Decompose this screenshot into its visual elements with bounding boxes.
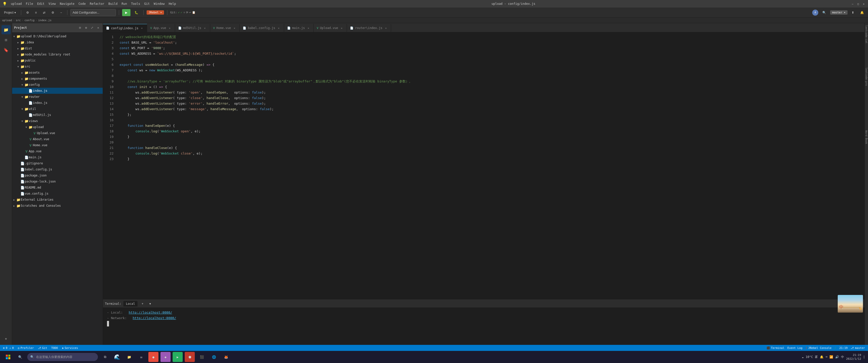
tree-item-router[interactable]: ▼📁router: [12, 94, 103, 100]
sidebar-favorites-icon[interactable]: ★: [1, 334, 10, 343]
sidebar-bookmark-icon[interactable]: 🔖: [1, 45, 10, 55]
project-dropdown[interactable]: Project ▾: [2, 9, 18, 16]
tree-item-scratches[interactable]: ▶📁Scratches and Consoles: [12, 203, 103, 209]
tree-item-gitignore[interactable]: 📄.gitignore: [12, 160, 103, 166]
gear2-btn[interactable]: ⚙: [50, 9, 56, 16]
tree-item-public[interactable]: ▶📁public: [12, 58, 103, 64]
tree-item-src[interactable]: ▼📁src: [12, 64, 103, 70]
tab-app-vue[interactable]: VApp.vue✕: [147, 24, 175, 32]
debug-btn[interactable]: 🐛: [132, 9, 140, 16]
tab-close-btn[interactable]: ✕: [232, 26, 237, 30]
status-event-log[interactable]: Event Log: [786, 346, 804, 350]
tree-item-babel-config[interactable]: 📄babel.config.js: [12, 166, 103, 172]
tab-close-btn[interactable]: ✕: [203, 26, 207, 30]
minus-btn[interactable]: −: [58, 9, 64, 16]
tab-upload-vue[interactable]: VUpload.vue✕: [314, 24, 347, 32]
tree-item-idea[interactable]: ▶📁.idea: [12, 39, 103, 45]
status-check[interactable]: ✓: [834, 346, 837, 350]
tree-item-components[interactable]: ▶📁components: [12, 76, 103, 82]
close-panel-icon[interactable]: ✕: [96, 25, 101, 30]
diff-btn[interactable]: ⇄: [41, 9, 48, 16]
taskbar-app1[interactable]: ●: [148, 352, 158, 362]
taskbar-edge[interactable]: 🌊: [112, 352, 122, 362]
expand-icon[interactable]: ⤢: [90, 25, 95, 30]
menu-window[interactable]: Window: [154, 2, 164, 5]
tree-item-dist[interactable]: ▶📁dist: [12, 45, 103, 52]
menu-upload[interactable]: upload: [11, 2, 22, 5]
taskbar-browser[interactable]: 🦊: [221, 352, 231, 362]
notifications-btn[interactable]: 🔔: [858, 9, 866, 16]
menu-build[interactable]: Build: [108, 2, 118, 5]
menu-refactor[interactable]: Refactor: [90, 2, 104, 5]
breadcrumb-config[interactable]: config: [25, 19, 35, 22]
tab-close-btn[interactable]: ✕: [384, 26, 388, 30]
tree-item-external-libs[interactable]: ▶📁External Libraries: [12, 197, 103, 203]
right-label-word[interactable]: Word Book: [865, 128, 868, 146]
tree-item-assets[interactable]: ▶📁assets: [12, 70, 103, 76]
sidebar-project-icon[interactable]: 📁: [1, 25, 10, 34]
tab-close-btn[interactable]: ✕: [140, 26, 144, 30]
avatar[interactable]: A: [812, 9, 818, 15]
taskbar-chrome[interactable]: 🌐: [209, 352, 219, 362]
taskbar-app2[interactable]: ◆: [160, 352, 170, 362]
status-branch[interactable]: ⎇ master: [849, 346, 866, 350]
tab-close-btn[interactable]: ✕: [306, 26, 310, 30]
hide-panel-icon[interactable]: ⊟: [78, 25, 83, 30]
tab-close-btn[interactable]: ✕: [168, 26, 172, 30]
task-view-btn[interactable]: ⧉: [100, 352, 110, 362]
master-branch[interactable]: master ▾: [830, 10, 847, 14]
align-btn[interactable]: ≡: [33, 9, 39, 16]
code-content[interactable]: // websocket的域名和端口号的配置const BASE_URL = '…: [116, 32, 865, 299]
jrebel-badge[interactable]: JRebel ▾: [147, 10, 164, 14]
status-profiler[interactable]: ◎ Profiler: [17, 345, 35, 351]
minimize-button[interactable]: —: [851, 2, 855, 5]
menu-navigate[interactable]: Navigate: [60, 2, 74, 5]
run-button[interactable]: ▶: [122, 9, 130, 16]
menu-git[interactable]: Git: [144, 2, 150, 5]
tree-item-app-vue[interactable]: VApp.vue: [12, 148, 103, 154]
tree-item-home-vue[interactable]: VHome.vue: [12, 142, 103, 148]
tree-item-util[interactable]: ▼📁util: [12, 106, 103, 112]
status-line-col[interactable]: 21:19: [838, 346, 848, 350]
breadcrumb-src[interactable]: src: [16, 19, 21, 22]
tree-item-views[interactable]: ▼📁views: [12, 118, 103, 124]
menu-tools[interactable]: Tools: [131, 2, 140, 5]
tab-home-vue[interactable]: VHome.vue✕: [210, 24, 240, 32]
menu-view[interactable]: View: [49, 2, 56, 5]
add-config-btn[interactable]: Add Configuration...: [70, 9, 116, 16]
settings-btn[interactable]: ⚙: [24, 9, 31, 16]
tab-main-js[interactable]: 📄main.js✕: [284, 24, 314, 32]
maximize-button[interactable]: □: [857, 2, 860, 5]
tree-item-upload-folder[interactable]: ▼📁upload: [12, 124, 103, 130]
menu-code[interactable]: Code: [79, 2, 86, 5]
status-terminal[interactable]: ⬛ Terminal: [766, 346, 785, 350]
tree-item-package-json[interactable]: 📄package.json: [12, 172, 103, 178]
tab-babel-config[interactable]: 📄babel.config.js✕: [240, 24, 284, 32]
tree-item-package-lock[interactable]: 📄package-lock.json: [12, 178, 103, 185]
local-url-link[interactable]: http://localhost:8080/: [129, 310, 172, 315]
tab-md5util[interactable]: 📄md5Util.js✕: [175, 24, 210, 32]
right-label-leetcode2[interactable]: leetcode-pro: [865, 66, 868, 88]
terminal-dropdown-btn[interactable]: ▾: [147, 300, 153, 307]
menu-run[interactable]: Run: [122, 2, 127, 5]
right-label-lettcode[interactable]: leetcode-cat: [865, 23, 868, 45]
terminal-add-btn[interactable]: +: [140, 300, 145, 307]
tree-item-node_modules[interactable]: ▶📁node_modules library root: [12, 52, 103, 58]
status-todo[interactable]: TODO: [50, 345, 59, 351]
breadcrumb-file[interactable]: index.js: [38, 19, 52, 22]
menu-edit[interactable]: Edit: [37, 2, 44, 5]
status-problems[interactable]: ⊗ 0 ⚠ 0: [2, 345, 15, 351]
status-jrebel-console[interactable]: J JRebel Console: [804, 346, 832, 350]
tree-item-router-index[interactable]: 📄index.js: [12, 100, 103, 106]
taskbar-terminal[interactable]: ⬛: [197, 352, 207, 362]
tab-close-btn[interactable]: ✕: [277, 26, 281, 30]
taskbar-app4[interactable]: ⬟: [185, 352, 195, 362]
tab-config-index[interactable]: 📄config\index.js✕: [103, 24, 147, 32]
taskbar-app3[interactable]: ▶: [173, 352, 183, 362]
menu-file[interactable]: File: [26, 2, 33, 5]
tree-item-config[interactable]: ▼📁config: [12, 82, 103, 88]
breadcrumb-upload[interactable]: upload: [2, 19, 12, 22]
tab-close-btn[interactable]: ✕: [340, 26, 344, 30]
tree-item-upload-root[interactable]: ▼📁upload D:\hbuilder\upload: [12, 33, 103, 39]
start-button[interactable]: [3, 352, 13, 362]
